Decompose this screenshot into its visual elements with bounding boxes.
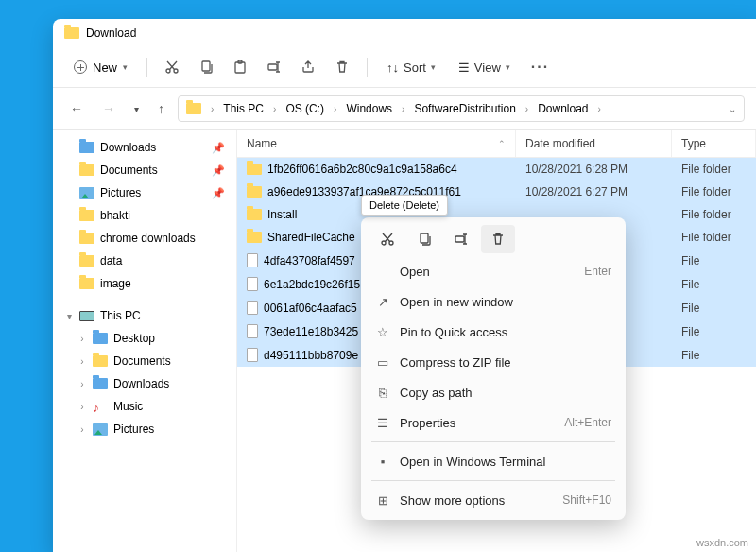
folder-icon bbox=[64, 27, 79, 39]
paste-icon[interactable] bbox=[225, 54, 255, 80]
context-menu-item[interactable]: ☆Pin to Quick access bbox=[366, 317, 621, 347]
sidebar-item-label: Music bbox=[113, 400, 225, 413]
context-menu-item[interactable]: ⊞Show more optionsShift+F10 bbox=[366, 485, 621, 515]
cell-type: File bbox=[672, 273, 756, 296]
cell-type: File bbox=[672, 320, 756, 343]
titlebar: Download bbox=[53, 19, 756, 47]
sidebar: Downloads📌Documents📌Pictures📌bhaktichrom… bbox=[53, 130, 237, 552]
column-date[interactable]: Date modified bbox=[516, 130, 672, 157]
delete-icon[interactable] bbox=[327, 54, 357, 80]
share-icon[interactable] bbox=[293, 54, 323, 80]
cell-type: File folder bbox=[672, 181, 756, 203]
crumb[interactable]: Download bbox=[534, 100, 592, 117]
more-icon[interactable]: ··· bbox=[524, 53, 557, 81]
context-menu-item[interactable]: ▪Open in Windows Terminal bbox=[366, 446, 621, 476]
menu-item-label: Show more options bbox=[400, 493, 553, 508]
crumb[interactable]: OS (C:) bbox=[282, 100, 328, 117]
copy-icon[interactable] bbox=[191, 54, 221, 80]
context-menu-item[interactable]: ▭Compress to ZIP file bbox=[366, 347, 621, 377]
delete-icon[interactable] bbox=[481, 225, 515, 253]
sidebar-item[interactable]: Documents📌 bbox=[57, 159, 232, 181]
pc-icon bbox=[79, 311, 94, 321]
breadcrumb[interactable]: › This PC › OS (C:) › Windows › Software… bbox=[178, 95, 745, 122]
sidebar-item[interactable]: bhakti bbox=[57, 204, 232, 227]
file-icon bbox=[247, 253, 258, 267]
copy-icon[interactable] bbox=[407, 225, 441, 253]
menu-item-shortcut: Alt+Enter bbox=[564, 416, 611, 429]
file-name: 73ede11e18b3425 bbox=[264, 325, 358, 338]
cell-type: File folder bbox=[672, 158, 756, 181]
sidebar-item[interactable]: Downloads📌 bbox=[57, 136, 232, 159]
chevron-right-icon: › bbox=[596, 104, 603, 114]
crumb[interactable]: SoftwareDistribution bbox=[410, 100, 519, 117]
context-menu-item[interactable]: ⎘Copy as path bbox=[366, 377, 621, 407]
pin-icon: 📌 bbox=[212, 142, 225, 154]
sidebar-item[interactable]: Pictures📌 bbox=[57, 181, 232, 204]
sidebar-item[interactable]: data bbox=[57, 250, 232, 272]
column-type[interactable]: Type bbox=[672, 130, 756, 157]
svg-point-0 bbox=[166, 69, 170, 73]
sidebar-item-label: Pictures bbox=[100, 186, 206, 199]
new-button[interactable]: New ▾ bbox=[64, 56, 137, 79]
sidebar-item[interactable]: image bbox=[57, 272, 232, 295]
sidebar-item[interactable]: ›Desktop bbox=[57, 327, 232, 350]
sidebar-item-this-pc[interactable]: ▾This PC bbox=[57, 304, 232, 327]
cell-type: File folder bbox=[672, 226, 756, 249]
chevron-right-icon: › bbox=[400, 104, 406, 114]
cell-date: 10/28/2021 6:27 PM bbox=[516, 181, 672, 203]
forward-button[interactable]: → bbox=[96, 97, 121, 120]
sidebar-item-label: image bbox=[100, 277, 225, 290]
back-button[interactable]: ← bbox=[64, 97, 89, 120]
pin-icon: 📌 bbox=[212, 164, 225, 177]
sidebar-item[interactable]: ›Downloads bbox=[57, 372, 232, 395]
sidebar-item[interactable]: ›Music bbox=[57, 395, 232, 418]
crumb[interactable]: This PC bbox=[219, 100, 267, 117]
menu-item-label: Open in new window bbox=[400, 295, 602, 309]
expander-icon: › bbox=[77, 334, 87, 344]
cut-icon[interactable] bbox=[370, 225, 404, 253]
chevron-right-icon: › bbox=[209, 104, 215, 114]
folder-icon bbox=[93, 333, 108, 344]
up-button[interactable]: ↑ bbox=[152, 97, 170, 120]
window-title: Download bbox=[86, 26, 136, 40]
folder-icon bbox=[93, 355, 108, 367]
sidebar-item[interactable]: chrome downloads bbox=[57, 227, 232, 250]
menu-item-icon: ⎘ bbox=[375, 385, 390, 400]
separator bbox=[146, 58, 147, 77]
toolbar: New ▾ ↑↓ Sort ▾ ☰ View ▾ ··· bbox=[53, 47, 756, 88]
file-name: 4dfa43708faf4597 bbox=[264, 254, 355, 267]
table-row[interactable]: a96ede9133937af1ca9e872c5c011f6110/28/20… bbox=[237, 181, 756, 203]
context-menu-item[interactable]: ↗Open in new window bbox=[366, 286, 621, 317]
file-name: SharedFileCache bbox=[267, 231, 355, 244]
sidebar-item[interactable]: ›Documents bbox=[57, 350, 232, 372]
file-name: 0061af06c4aafac5 bbox=[264, 302, 357, 315]
pin-icon: 📌 bbox=[212, 187, 225, 199]
sort-dropdown[interactable]: ↑↓ Sort ▾ bbox=[377, 56, 445, 79]
separator bbox=[371, 441, 615, 442]
table-row[interactable]: 1fb26ff0616a6b2c80c9a1c9a158a6c410/28/20… bbox=[237, 158, 756, 181]
crumb[interactable]: Windows bbox=[342, 100, 396, 117]
context-menu-item[interactable]: OpenEnter bbox=[366, 256, 621, 286]
rename-icon[interactable] bbox=[444, 225, 478, 253]
menu-item-icon: ☆ bbox=[375, 324, 390, 339]
view-icon: ☰ bbox=[458, 60, 470, 75]
menu-item-label: Pin to Quick access bbox=[400, 325, 602, 339]
svg-point-1 bbox=[174, 69, 178, 73]
menu-item-icon: ↗ bbox=[375, 294, 390, 309]
cut-icon[interactable] bbox=[157, 54, 187, 80]
chevron-down-icon[interactable]: ▾ bbox=[129, 100, 145, 118]
column-name[interactable]: Name ⌃ bbox=[237, 130, 516, 157]
rename-icon[interactable] bbox=[259, 54, 289, 80]
folder-icon bbox=[247, 186, 262, 198]
svg-rect-8 bbox=[421, 233, 428, 243]
view-dropdown[interactable]: ☰ View ▾ bbox=[449, 56, 520, 79]
context-menu-item[interactable]: ☰PropertiesAlt+Enter bbox=[366, 407, 621, 438]
cell-type: File bbox=[672, 344, 756, 367]
file-icon bbox=[247, 277, 258, 291]
expander-icon: › bbox=[77, 402, 87, 412]
chevron-down-icon: ▾ bbox=[123, 62, 128, 72]
chevron-down-icon[interactable]: ⌄ bbox=[729, 104, 736, 114]
sidebar-item[interactable]: ›Pictures bbox=[57, 418, 232, 440]
sort-icon: ↑↓ bbox=[387, 60, 399, 75]
file-icon bbox=[247, 301, 258, 315]
